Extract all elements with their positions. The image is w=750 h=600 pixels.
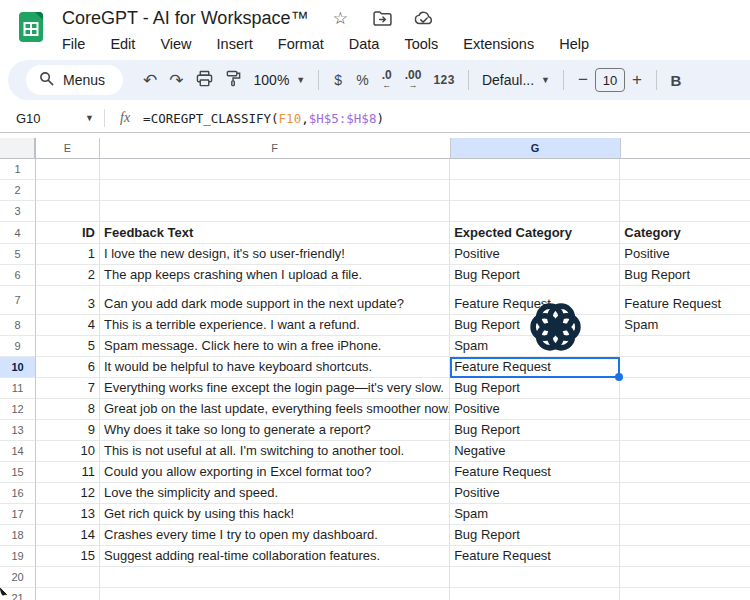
cell-G19[interactable]: Feature Request <box>450 546 620 567</box>
cell-H7[interactable]: Feature Request <box>620 286 750 315</box>
currency-format-button[interactable]: $ <box>326 65 350 95</box>
cell-G21[interactable] <box>450 588 620 600</box>
cell-F2[interactable] <box>100 180 450 201</box>
cell-G10[interactable]: Feature Request <box>450 357 620 378</box>
row-header-12[interactable]: 12 <box>0 399 36 420</box>
menu-tools[interactable]: Tools <box>404 36 438 52</box>
cloud-saved-icon[interactable] <box>414 9 434 29</box>
increase-decimal-button[interactable]: .00→ <box>399 65 428 95</box>
star-icon[interactable]: ☆ <box>330 9 350 29</box>
column-header-g[interactable]: G <box>451 138 621 158</box>
row-header-5[interactable]: 5 <box>0 244 36 265</box>
menu-view[interactable]: View <box>160 36 191 52</box>
cell-F13[interactable]: Why does it take so long to generate a r… <box>100 420 450 441</box>
name-box[interactable]: G10 ▼ <box>0 104 104 132</box>
menu-file[interactable]: File <box>62 36 85 52</box>
cell-E6[interactable]: 2 <box>36 265 100 286</box>
cell-E19[interactable]: 15 <box>36 546 100 567</box>
cell-F17[interactable]: Get rich quick by using this hack! <box>100 504 450 525</box>
row-header-16[interactable]: 16 <box>0 483 36 504</box>
cell-E11[interactable]: 7 <box>36 378 100 399</box>
cell-H16[interactable] <box>620 483 750 504</box>
cell-G6[interactable]: Bug Report <box>450 265 620 286</box>
cell-H10[interactable] <box>620 357 750 378</box>
cell-E5[interactable]: 1 <box>36 244 100 265</box>
row-header-9[interactable]: 9 <box>0 336 36 357</box>
cell-E7[interactable]: 3 <box>36 286 100 315</box>
redo-button[interactable]: ↷ <box>163 65 189 95</box>
cell-F11[interactable]: Everything works fine except the login p… <box>100 378 450 399</box>
decrease-decimal-button[interactable]: .0← <box>375 65 399 95</box>
row-header-17[interactable]: 17 <box>0 504 36 525</box>
cell-G3[interactable] <box>450 201 620 222</box>
row-header-2[interactable]: 2 <box>0 180 36 201</box>
cell-H15[interactable] <box>620 462 750 483</box>
cell-E10[interactable]: 6 <box>36 357 100 378</box>
cell-E2[interactable] <box>36 180 100 201</box>
menu-extensions[interactable]: Extensions <box>463 36 534 52</box>
cell-H1[interactable] <box>620 159 750 180</box>
cell-G18[interactable]: Bug Report <box>450 525 620 546</box>
row-header-8[interactable]: 8 <box>0 315 36 336</box>
cell-F15[interactable]: Could you allow exporting in Excel forma… <box>100 462 450 483</box>
cell-F8[interactable]: This is a terrible experience. I want a … <box>100 315 450 336</box>
cell-F9[interactable]: Spam message. Click here to win a free i… <box>100 336 450 357</box>
cell-H6[interactable]: Bug Report <box>620 265 750 286</box>
row-header-6[interactable]: 6 <box>0 265 36 286</box>
font-size-input[interactable]: 10 <box>595 68 625 92</box>
more-formats-button[interactable]: 123 <box>427 65 461 95</box>
column-header-h[interactable] <box>621 138 750 158</box>
cell-H3[interactable] <box>620 201 750 222</box>
row-header-14[interactable]: 14 <box>0 441 36 462</box>
document-title[interactable]: CoreGPT - AI for Workspace™ <box>62 8 308 29</box>
cell-E9[interactable]: 5 <box>36 336 100 357</box>
cell-H17[interactable] <box>620 504 750 525</box>
cell-G13[interactable]: Bug Report <box>450 420 620 441</box>
cell-G11[interactable]: Bug Report <box>450 378 620 399</box>
cell-G14[interactable]: Negative <box>450 441 620 462</box>
bold-button[interactable]: B <box>664 65 688 95</box>
cell-H18[interactable] <box>620 525 750 546</box>
cell-F14[interactable]: This is not useful at all. I'm switching… <box>100 441 450 462</box>
cell-F3[interactable] <box>100 201 450 222</box>
menu-format[interactable]: Format <box>278 36 324 52</box>
row-header-11[interactable]: 11 <box>0 378 36 399</box>
cell-H4[interactable]: Category <box>620 222 750 244</box>
cell-G1[interactable] <box>450 159 620 180</box>
cell-G20[interactable] <box>450 567 620 588</box>
row-header-7[interactable]: 7 <box>0 286 36 315</box>
zoom-select[interactable]: 100% ▼ <box>248 65 312 95</box>
print-button[interactable] <box>190 65 219 95</box>
cell-F18[interactable]: Crashes every time I try to open my dash… <box>100 525 450 546</box>
cell-F12[interactable]: Great job on the last update, everything… <box>100 399 450 420</box>
openai-logo[interactable] <box>527 299 584 355</box>
row-header-18[interactable]: 18 <box>0 525 36 546</box>
cell-E14[interactable]: 10 <box>36 441 100 462</box>
cell-H20[interactable] <box>620 567 750 588</box>
cell-G16[interactable]: Positive <box>450 483 620 504</box>
cell-H2[interactable] <box>620 180 750 201</box>
cell-E16[interactable]: 12 <box>36 483 100 504</box>
cell-E20[interactable] <box>36 567 100 588</box>
cell-F1[interactable] <box>100 159 450 180</box>
cell-F6[interactable]: The app keeps crashing when I upload a f… <box>100 265 450 286</box>
column-header-e[interactable]: E <box>36 138 99 158</box>
cell-F21[interactable] <box>100 588 450 600</box>
font-family-select[interactable]: Defaul... ▼ <box>476 65 556 95</box>
cell-H12[interactable] <box>620 399 750 420</box>
cell-F10[interactable]: It would be helpful to have keyboard sho… <box>100 357 450 378</box>
formula-input[interactable]: =COREGPT_CLASSIFY(F10,$H$5:$H$8) <box>143 111 384 126</box>
select-all-corner[interactable] <box>0 138 36 158</box>
cell-E13[interactable]: 9 <box>36 420 100 441</box>
percent-format-button[interactable]: % <box>350 65 374 95</box>
cell-H8[interactable]: Spam <box>620 315 750 336</box>
cell-G15[interactable]: Feature Request <box>450 462 620 483</box>
cell-G2[interactable] <box>450 180 620 201</box>
row-header-13[interactable]: 13 <box>0 420 36 441</box>
cell-F19[interactable]: Suggest adding real-time collaboration f… <box>100 546 450 567</box>
row-header-20[interactable]: 20 <box>0 567 36 588</box>
undo-button[interactable]: ↶ <box>137 65 163 95</box>
cell-E8[interactable]: 4 <box>36 315 100 336</box>
cell-H9[interactable] <box>620 336 750 357</box>
cell-F16[interactable]: Love the simplicity and speed. <box>100 483 450 504</box>
